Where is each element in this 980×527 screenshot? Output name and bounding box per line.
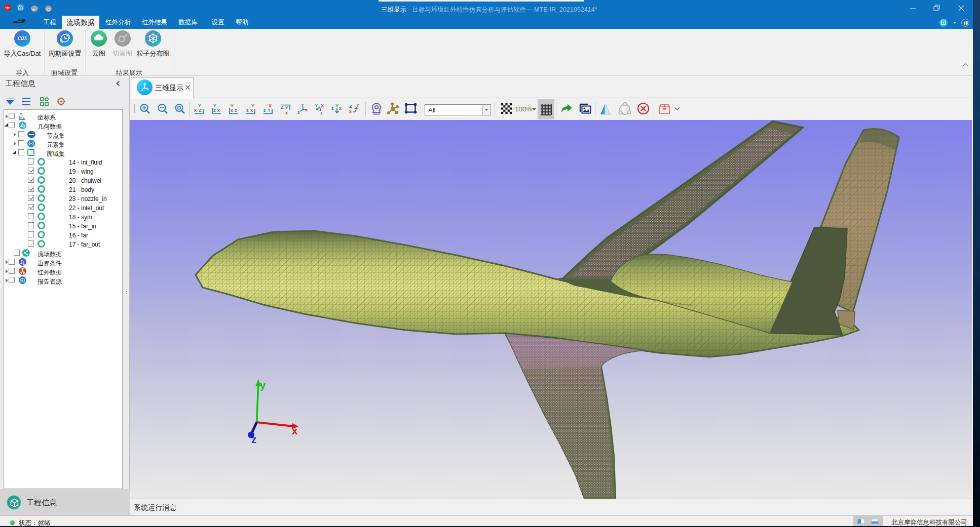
- svg-text:Y: Y: [20, 112, 22, 116]
- svg-text:Z: Z: [199, 108, 202, 113]
- svg-text:x: x: [349, 109, 352, 114]
- svg-text:Z: Z: [281, 105, 284, 110]
- svg-text:Y: Y: [356, 103, 359, 108]
- svg-text:z: z: [320, 110, 323, 115]
- svg-text:z: z: [246, 108, 249, 113]
- svg-text:z: z: [20, 116, 22, 120]
- svg-text:x: x: [250, 108, 253, 113]
- svg-text:X: X: [321, 103, 324, 108]
- svg-text:z: z: [263, 108, 266, 113]
- svg-text:x: x: [292, 425, 297, 436]
- svg-text:x: x: [339, 106, 342, 111]
- svg-text:Z: Z: [349, 104, 352, 109]
- svg-text:z: z: [331, 106, 334, 111]
- svg-text:x: x: [231, 108, 233, 113]
- svg-text:Y: Y: [285, 105, 288, 110]
- svg-text:x: x: [285, 110, 288, 115]
- svg-text:z: z: [297, 110, 300, 115]
- svg-text:y: y: [260, 380, 266, 391]
- svg-text:z: z: [235, 108, 237, 113]
- svg-text:z: z: [213, 108, 216, 113]
- svg-text:x: x: [194, 108, 197, 113]
- svg-text:Y: Y: [335, 103, 338, 108]
- svg-text:Y: Y: [315, 103, 318, 108]
- svg-text:Y: Y: [268, 108, 271, 113]
- svg-text:Y: Y: [301, 103, 304, 108]
- svg-text:x: x: [217, 108, 220, 113]
- svg-text:z: z: [251, 434, 256, 445]
- svg-text:x: x: [23, 116, 25, 120]
